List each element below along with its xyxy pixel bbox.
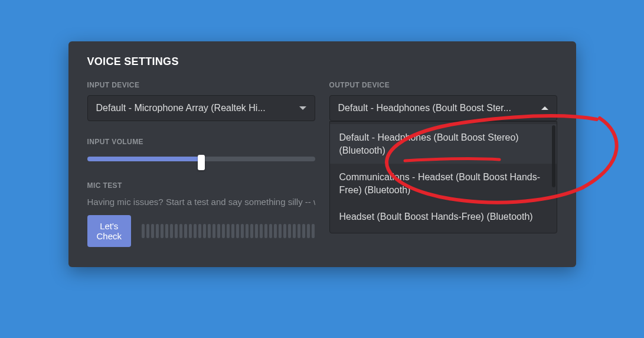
meter-tick <box>175 224 178 238</box>
meter-tick <box>298 224 300 238</box>
output-select-wrap: Default - Headphones (Boult Boost Ster..… <box>329 95 557 121</box>
meter-tick <box>283 224 286 238</box>
scrollbar[interactable] <box>552 125 555 187</box>
meter-tick <box>179 224 182 238</box>
output-device-option[interactable]: Communications - Headset (Boult Boost Ha… <box>330 164 557 203</box>
meter-tick <box>246 224 249 238</box>
meter-tick <box>222 224 225 238</box>
output-column: OUTPUT DEVICE Default - Headphones (Boul… <box>329 81 557 247</box>
meter-tick <box>269 224 272 238</box>
device-row: INPUT DEVICE Default - Microphone Array … <box>87 81 557 247</box>
meter-tick <box>151 224 154 238</box>
mic-test-desc: Having mic issues? Start a test and say … <box>87 197 315 207</box>
output-device-select[interactable]: Default - Headphones (Boult Boost Ster..… <box>329 95 557 121</box>
mic-level-meter <box>142 224 315 238</box>
slider-track <box>87 157 315 161</box>
meter-tick <box>274 224 277 238</box>
output-device-dropdown: Default - Headphones (Boult Boost Stereo… <box>329 121 557 233</box>
input-column: INPUT DEVICE Default - Microphone Array … <box>87 81 315 247</box>
meter-tick <box>307 224 310 238</box>
meter-tick <box>255 224 258 238</box>
page-title: VOICE SETTINGS <box>87 56 557 68</box>
meter-tick <box>208 224 211 238</box>
slider-fill <box>87 157 201 161</box>
meter-tick <box>189 224 192 238</box>
output-device-value: Default - Headphones (Boult Boost Ster..… <box>338 103 535 113</box>
meter-tick <box>165 224 168 238</box>
voice-settings-panel: VOICE SETTINGS INPUT DEVICE Default - Mi… <box>68 41 576 267</box>
input-device-value: Default - Microphone Array (Realtek Hi..… <box>96 103 293 113</box>
lets-check-button[interactable]: Let's Check <box>87 215 132 247</box>
mic-test-label: MIC TEST <box>87 181 315 190</box>
slider-thumb[interactable] <box>198 155 205 170</box>
meter-tick <box>198 224 201 238</box>
chevron-down-icon <box>299 106 306 110</box>
meter-tick <box>146 224 149 238</box>
input-volume-label: INPUT VOLUME <box>87 138 315 146</box>
chevron-up-icon <box>541 106 548 110</box>
input-device-select[interactable]: Default - Microphone Array (Realtek Hi..… <box>87 95 315 121</box>
meter-tick <box>231 224 234 238</box>
meter-tick <box>279 224 282 238</box>
output-device-option[interactable]: Default - Headphones (Boult Boost Stereo… <box>330 124 557 164</box>
input-device-label: INPUT DEVICE <box>87 81 315 89</box>
meter-tick <box>312 224 315 238</box>
meter-tick <box>194 224 197 238</box>
output-device-label: OUTPUT DEVICE <box>329 81 557 89</box>
output-device-option[interactable]: Headset (Boult Boost Hands-Free) (Blueto… <box>330 203 557 230</box>
meter-tick <box>213 224 215 238</box>
meter-tick <box>184 224 187 238</box>
meter-tick <box>288 224 291 238</box>
meter-tick <box>142 224 145 238</box>
meter-tick <box>241 224 244 238</box>
meter-tick <box>260 224 263 238</box>
meter-tick <box>250 224 253 238</box>
meter-tick <box>156 224 159 238</box>
mic-test-row: Let's Check <box>87 215 315 247</box>
meter-tick <box>236 224 239 238</box>
meter-tick <box>264 224 267 238</box>
meter-tick <box>170 224 173 238</box>
meter-tick <box>161 224 164 238</box>
meter-tick <box>227 224 230 238</box>
meter-tick <box>302 224 305 238</box>
input-volume-slider[interactable] <box>87 153 315 165</box>
meter-tick <box>293 224 296 238</box>
meter-tick <box>217 224 220 238</box>
meter-tick <box>203 224 206 238</box>
